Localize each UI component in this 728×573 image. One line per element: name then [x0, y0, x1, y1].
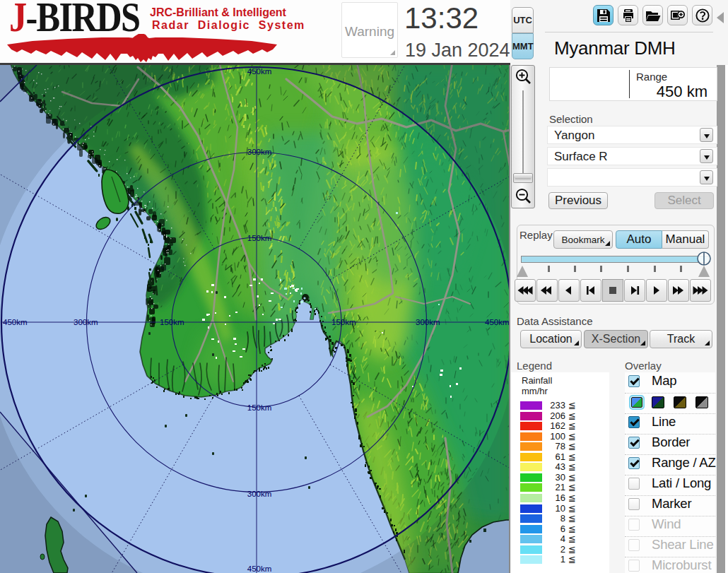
svg-text:300km: 300km — [247, 490, 272, 498]
svg-text:450km: 450km — [247, 565, 272, 573]
svg-text:300km: 300km — [247, 148, 272, 156]
svg-text:450km: 450km — [485, 318, 510, 326]
svg-text:300km: 300km — [416, 318, 440, 326]
svg-text:300km: 300km — [74, 318, 98, 326]
svg-text:150km: 150km — [247, 234, 272, 242]
svg-text:150km: 150km — [160, 318, 184, 326]
svg-text:450km: 450km — [247, 67, 272, 76]
svg-text:150km: 150km — [247, 403, 272, 412]
svg-text:450km: 450km — [3, 318, 28, 326]
svg-text:150km: 150km — [331, 318, 356, 326]
